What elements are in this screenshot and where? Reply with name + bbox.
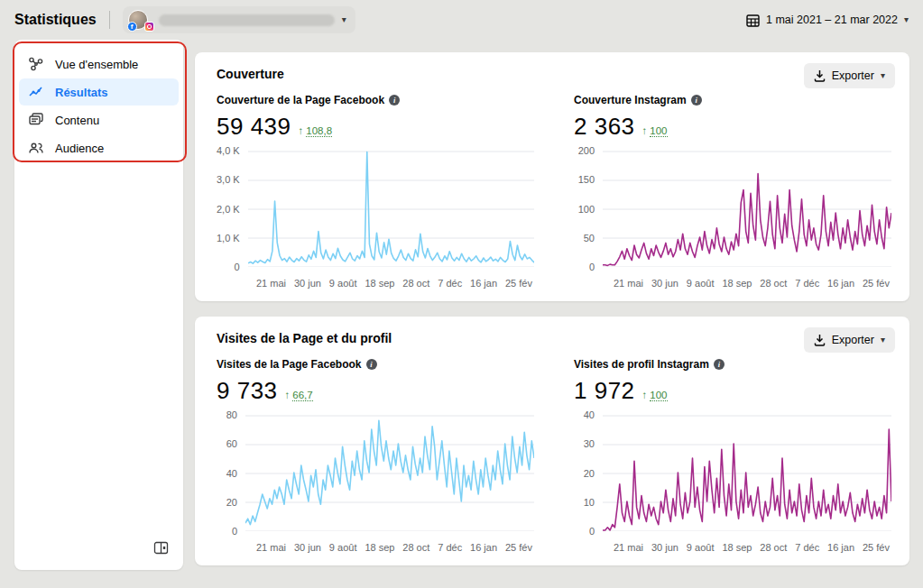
metric-delta: ↑ 100 bbox=[642, 390, 668, 401]
top-bar: Statistiques f ▾ 1 mai 2021 – 21 mar 202… bbox=[0, 0, 923, 40]
x-axis-labels: 21 mai30 jun9 août18 sep28 oct7 déc16 ja… bbox=[217, 537, 534, 553]
chart-subtitle: Visites de la Page Facebook bbox=[217, 358, 362, 371]
page-selector-dropdown[interactable]: f ▾ bbox=[123, 6, 355, 33]
export-label: Exporter bbox=[832, 334, 874, 346]
chart-visites-instagram: Visites de profil Instagram i 1 972 ↑ 10… bbox=[574, 358, 891, 553]
facebook-badge-icon: f bbox=[127, 22, 137, 32]
sidebar-item-resultats[interactable]: Résultats bbox=[19, 78, 179, 106]
info-icon[interactable]: i bbox=[389, 95, 400, 106]
sidebar-nav: Vue d'ensemble Résultats bbox=[14, 40, 183, 161]
chevron-down-icon: ▾ bbox=[881, 71, 885, 80]
metric-delta: ↑ 100 bbox=[642, 125, 668, 137]
x-axis-labels: 21 mai30 jun9 août18 sep28 oct7 déc16 ja… bbox=[574, 537, 891, 553]
info-icon[interactable]: i bbox=[714, 359, 725, 370]
card-visites: Visites de la Page et du profil Exporter… bbox=[195, 317, 909, 565]
y-axis-labels: 806040200 bbox=[217, 409, 245, 537]
chart-visites-facebook: Visites de la Page Facebook i 9 733 ↑ 66… bbox=[217, 358, 534, 553]
arrow-up-icon: ↑ bbox=[285, 390, 291, 400]
info-icon[interactable]: i bbox=[691, 95, 702, 106]
sidebar-item-audience[interactable]: Audience bbox=[19, 134, 179, 161]
results-icon bbox=[27, 84, 45, 100]
card-title: Couverture bbox=[217, 67, 891, 81]
export-button[interactable]: Exporter ▾ bbox=[804, 63, 895, 88]
line-chart[interactable]: 4,0 K3,0 K2,0 K1,0 K0 bbox=[217, 150, 534, 272]
page-title: Statistiques bbox=[14, 12, 97, 28]
metric-delta: ↑ 66,7 bbox=[285, 390, 313, 401]
sidebar-item-label: Vue d'ensemble bbox=[55, 58, 138, 71]
download-icon bbox=[814, 69, 826, 82]
page-name-blurred bbox=[159, 14, 335, 26]
audience-icon bbox=[27, 140, 45, 156]
export-label: Exporter bbox=[832, 69, 874, 82]
chart-subtitle: Visites de profil Instagram bbox=[574, 358, 709, 371]
y-axis-labels: 4,0 K3,0 K2,0 K1,0 K0 bbox=[217, 145, 248, 272]
sidebar: Vue d'ensemble Résultats bbox=[14, 40, 183, 570]
chevron-down-icon: ▾ bbox=[881, 335, 885, 345]
sidebar-item-label: Résultats bbox=[55, 86, 108, 99]
export-button[interactable]: Exporter ▾ bbox=[804, 327, 895, 353]
date-range-picker[interactable]: 1 mai 2021 – 21 mar 2022 ▾ bbox=[746, 14, 909, 27]
line-chart[interactable]: 806040200 bbox=[217, 414, 534, 537]
sidebar-item-contenu[interactable]: Contenu bbox=[19, 106, 179, 133]
card-couverture: Couverture Exporter ▾ Couverture de la P… bbox=[195, 52, 909, 301]
main-content: Couverture Exporter ▾ Couverture de la P… bbox=[195, 40, 909, 565]
chevron-down-icon: ▾ bbox=[342, 15, 346, 24]
divider bbox=[109, 11, 110, 29]
page-avatar: f bbox=[128, 10, 152, 30]
date-range-label: 1 mai 2021 – 21 mar 2022 bbox=[766, 14, 898, 26]
metric-value: 1 972 bbox=[574, 377, 635, 405]
sidebar-item-vue-densemble[interactable]: Vue d'ensemble bbox=[19, 51, 179, 78]
sidebar-item-label: Audience bbox=[55, 142, 104, 155]
collapse-sidebar-button[interactable] bbox=[151, 537, 171, 557]
content-icon bbox=[27, 112, 45, 128]
chart-subtitle: Couverture de la Page Facebook bbox=[217, 94, 384, 106]
line-chart[interactable]: 403020100 bbox=[574, 414, 891, 537]
sidebar-item-label: Contenu bbox=[55, 114, 99, 127]
metric-delta: ↑ 108,8 bbox=[299, 125, 333, 137]
info-icon[interactable]: i bbox=[366, 359, 377, 370]
calendar-icon bbox=[746, 14, 760, 27]
collapse-sidebar-icon bbox=[153, 540, 169, 556]
arrow-up-icon: ↑ bbox=[642, 125, 648, 136]
x-axis-labels: 21 mai30 jun9 août18 sep28 oct7 déc16 ja… bbox=[574, 272, 891, 289]
arrow-up-icon: ↑ bbox=[642, 390, 648, 400]
chart-couverture-instagram: Couverture Instagram i 2 363 ↑ 100 20015… bbox=[574, 94, 891, 289]
download-icon bbox=[814, 334, 826, 346]
y-axis-labels: 403020100 bbox=[574, 409, 603, 537]
overview-icon bbox=[27, 56, 45, 72]
metric-value: 9 733 bbox=[217, 377, 278, 405]
x-axis-labels: 21 mai30 jun9 août18 sep28 oct7 déc16 ja… bbox=[217, 272, 534, 289]
metric-value: 59 439 bbox=[217, 113, 291, 141]
metric-value: 2 363 bbox=[574, 113, 635, 141]
chart-subtitle: Couverture Instagram bbox=[574, 94, 687, 106]
arrow-up-icon: ↑ bbox=[299, 125, 304, 136]
card-title: Visites de la Page et du profil bbox=[217, 331, 891, 345]
instagram-badge-icon bbox=[144, 22, 154, 32]
chart-couverture-facebook: Couverture de la Page Facebook i 59 439 … bbox=[217, 94, 534, 289]
chevron-down-icon: ▾ bbox=[904, 15, 909, 24]
line-chart[interactable]: 200150100500 bbox=[574, 150, 891, 272]
y-axis-labels: 200150100500 bbox=[574, 145, 603, 272]
